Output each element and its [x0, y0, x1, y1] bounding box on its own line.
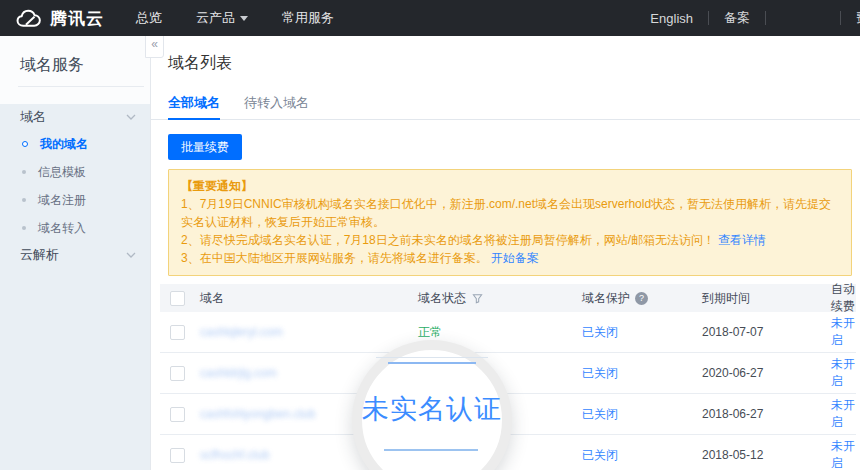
sidebar-section-domain-label: 域名 [20, 108, 46, 126]
domain-blurred-text[interactable]: scfhschf.club [200, 448, 269, 462]
select-all-checkbox[interactable] [170, 291, 185, 306]
bullet-icon [22, 198, 26, 202]
bullet-icon [22, 226, 26, 230]
nav-beian[interactable]: 备案 [724, 9, 750, 27]
auto-renew-link[interactable]: 未开启 [831, 398, 855, 429]
notice-line: 3、在中国大陆地区开展网站服务，请先将域名进行备案。开始备案 [181, 249, 839, 267]
table-header-row: 域名 域名状态 域名保护 ? 到期时间 自动续费 [160, 284, 856, 312]
tab-all-domains[interactable]: 全部域名 [168, 94, 220, 120]
header-domain: 域名 [200, 290, 410, 307]
nav-common-services[interactable]: 常用服务 [282, 9, 334, 27]
magnified-status-text: 未实名认证 [362, 391, 502, 427]
filter-icon[interactable] [472, 293, 483, 304]
tencent-cloud-icon [16, 9, 43, 28]
notice-banner: 【重要通知】 1、7月19日CNNIC审核机构域名实名接口优化中，新注册.com… [168, 169, 852, 276]
nav-overview[interactable]: 总览 [136, 9, 162, 27]
expire-date: 2020-06-27 [702, 366, 763, 380]
divider [765, 11, 766, 25]
sidebar-item-info-template[interactable]: 信息模板 [0, 158, 150, 186]
sidebar-item-label: 我的域名 [40, 136, 88, 153]
notice-line: 2、请尽快完成域名实名认证，7月18日之前未实名的域名将被注册局暂停解析，网站/… [181, 231, 839, 249]
magnified-row-divider [376, 357, 488, 358]
status-normal: 正常 [418, 324, 442, 341]
brand-name: 腾讯云 [50, 7, 104, 30]
row-checkbox[interactable] [170, 325, 185, 340]
sidebar-menu: 域名 我的域名 信息模板 域名注册 域名转入 云解析 [0, 104, 150, 470]
bullet-icon [22, 170, 26, 174]
sidebar-item-label: 域名注册 [38, 192, 86, 209]
caret-down-icon [240, 16, 248, 21]
expire-date: 2018-06-27 [702, 407, 763, 421]
protection-link[interactable]: 已关闭 [582, 324, 618, 341]
domain-blurred-text[interactable]: cashfshlyongben.club [200, 407, 315, 421]
header-status: 域名状态 [418, 290, 466, 307]
notice-text: 3、在中国大陆地区开展网站服务，请先将域名进行备案。 [181, 251, 488, 265]
magnified-link-underline [388, 362, 476, 364]
help-icon[interactable]: ? [635, 292, 648, 305]
auto-renew-link[interactable]: 未开启 [831, 357, 855, 388]
account-name-blurred [781, 18, 825, 19]
page-title: 域名列表 [168, 52, 860, 74]
nav-billing-partial[interactable]: 费 [856, 9, 860, 27]
protection-link[interactable]: 已关闭 [582, 406, 618, 423]
collapse-left-icon: « [151, 37, 158, 51]
chevron-down-icon [126, 114, 136, 120]
topbar-right: English 备案 费 [650, 9, 860, 27]
table-row: cashlqleryl.com 正常 已关闭 2018-07-07 未开启 [160, 312, 856, 353]
sidebar-item-domain-register[interactable]: 域名注册 [0, 186, 150, 214]
tab-bar: 全部域名 待转入域名 [151, 94, 860, 120]
topbar: 腾讯云 总览 云产品 常用服务 English 备案 费 [0, 0, 860, 36]
table-row: cashldrjlg.com 正常 已关闭 2020-06-27 未开启 [160, 353, 856, 394]
nav-english[interactable]: English [650, 11, 693, 26]
sidebar-item-label: 域名转入 [38, 220, 86, 237]
tab-pending-transfer[interactable]: 待转入域名 [244, 94, 309, 120]
row-checkbox[interactable] [170, 448, 185, 463]
sidebar-item-domain-transfer-in[interactable]: 域名转入 [0, 214, 150, 242]
batch-renew-button[interactable]: 批量续费 [168, 134, 242, 160]
brand-logo[interactable]: 腾讯云 [16, 7, 104, 30]
protection-link[interactable]: 已关闭 [582, 365, 618, 382]
sidebar-item-my-domains[interactable]: 我的域名 [0, 130, 150, 158]
notice-text: 1、7月19日CNNIC审核机构域名实名接口优化中，新注册.com/.net域名… [181, 197, 831, 229]
domain-blurred-text[interactable]: cashlqleryl.com [200, 325, 283, 339]
divider [708, 11, 709, 25]
sidebar: 域名服务 域名 我的域名 信息模板 域名注册 域名转入 云解析 [0, 36, 151, 470]
chevron-down-icon [126, 252, 136, 258]
nav-cloud-products[interactable]: 云产品 [196, 9, 248, 27]
divider [18, 86, 144, 87]
row-checkbox[interactable] [170, 407, 185, 422]
sidebar-section-domain[interactable]: 域名 [0, 104, 150, 130]
domain-blurred-text[interactable]: cashldrjlg.com [200, 366, 277, 380]
notice-heading: 【重要通知】 [181, 177, 839, 195]
header-auto-renew: 自动续费 [827, 281, 856, 315]
auto-renew-link[interactable]: 未开启 [831, 316, 855, 347]
notice-link-start-beian[interactable]: 开始备案 [491, 251, 539, 265]
sidebar-section-dns[interactable]: 云解析 [0, 242, 150, 268]
magnified-link-underline [384, 449, 478, 451]
notice-link-view-details[interactable]: 查看详情 [718, 233, 766, 247]
divider [840, 11, 841, 25]
expire-date: 2018-07-07 [702, 325, 763, 339]
notice-text: 2、请尽快完成域名实名认证，7月18日之前未实名的域名将被注册局暂停解析，网站/… [181, 233, 715, 247]
protection-link[interactable]: 已关闭 [582, 447, 618, 464]
sidebar-item-label: 信息模板 [38, 164, 86, 181]
auto-renew-link[interactable]: 未开启 [831, 439, 855, 470]
header-protection: 域名保护 [582, 290, 630, 307]
top-navigation: 总览 云产品 常用服务 [136, 9, 334, 27]
sidebar-section-dns-label: 云解析 [20, 246, 59, 264]
notice-line: 1、7月19日CNNIC审核机构域名实名接口优化中，新注册.com/.net域名… [181, 195, 839, 231]
row-checkbox[interactable] [170, 366, 185, 381]
header-expire: 到期时间 [702, 290, 827, 307]
sidebar-title: 域名服务 [0, 36, 150, 76]
nav-cloud-products-label: 云产品 [196, 9, 235, 27]
expire-date: 2018-05-12 [702, 448, 763, 462]
bullet-icon [22, 141, 28, 147]
